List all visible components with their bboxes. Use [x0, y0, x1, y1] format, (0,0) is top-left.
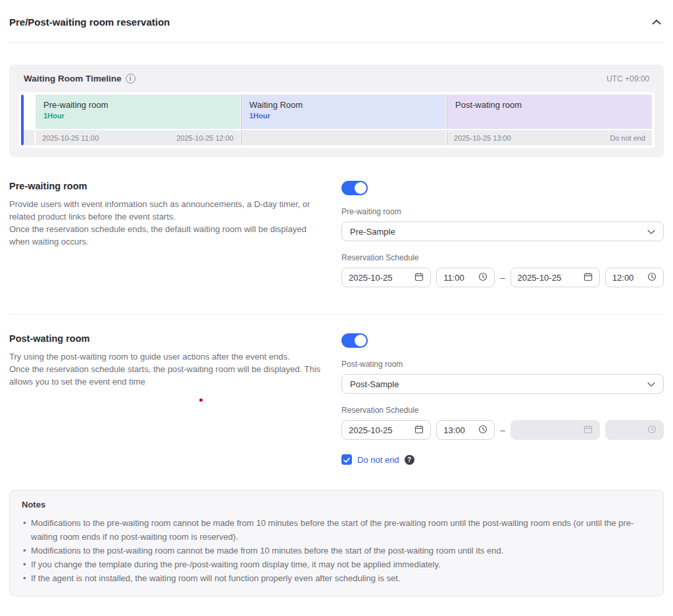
timeline-header: Waiting Room Timeline i UTC +09:00 — [18, 74, 655, 83]
segment-waiting-duration: 1Hour — [249, 112, 438, 120]
post-section-title: Post-wating room — [9, 333, 328, 344]
post-schedule-row: 2025-10-25 13:00 – — [341, 420, 664, 440]
timeline-segment-post: Post-wating room 2025-10-25 13:00 Do not… — [446, 95, 652, 145]
chevron-down-icon — [647, 379, 655, 389]
timeline-title: Waiting Room Timeline i — [24, 74, 136, 83]
pre-section-desc1: Provide users with event information suc… — [9, 198, 328, 223]
timeline-segment-waiting: Waiting Room 1Hour — [240, 95, 446, 145]
notes-list: Modifications to the pre-waiting room ca… — [22, 516, 651, 585]
timeline-track: Pre-waiting room 1Hour 2025-10-25 11:00 … — [18, 92, 655, 148]
post-select-label: Post-wating room — [341, 360, 664, 369]
note-item: If you change the template during the pr… — [22, 557, 651, 571]
do-not-end-row: Do not end ? — [341, 454, 664, 465]
pre-schedule-label: Reservation Schedule — [341, 253, 664, 262]
info-icon[interactable]: i — [126, 74, 136, 83]
clock-icon — [647, 272, 657, 283]
pre-section-description: Pre-waiting room Provide users with even… — [9, 181, 341, 248]
pre-end-date-value: 2025-10-25 — [518, 273, 562, 283]
collapse-button[interactable] — [649, 14, 664, 30]
pre-end-date-input[interactable]: 2025-10-25 — [511, 268, 600, 287]
range-separator: – — [500, 425, 505, 435]
pre-section-title: Pre-waiting room — [9, 181, 328, 191]
segment-pre-start: 2025-10-25 11:00 — [42, 134, 99, 142]
note-item: If the agent is not installed, the waiti… — [22, 571, 651, 585]
page-title: Pre/Post-waiting room reservation — [9, 16, 170, 28]
post-section-description: Post-wating room Try using the post-wait… — [9, 333, 341, 388]
pre-template-select-value: Pre-Sample — [350, 227, 395, 237]
calendar-icon — [584, 425, 593, 436]
pre-waiting-room-toggle[interactable] — [341, 181, 368, 195]
section-divider — [9, 314, 664, 314]
segment-post-end: Do not end — [610, 134, 645, 142]
calendar-icon — [414, 272, 424, 283]
post-section-desc2: Once the reservation schedule starts, th… — [9, 363, 328, 388]
chevron-up-icon — [652, 17, 661, 27]
chevron-down-icon — [647, 227, 655, 237]
post-template-select[interactable]: Post-Sample — [341, 374, 664, 394]
segment-waiting-label: Waiting Room — [249, 100, 438, 110]
check-icon — [343, 455, 350, 465]
timeline-segment-pre: Pre-waiting room 1Hour 2025-10-25 11:00 … — [34, 95, 240, 145]
stray-cursor-dot — [199, 398, 203, 402]
post-start-date-value: 2025-10-25 — [349, 425, 393, 435]
clock-icon — [478, 272, 487, 283]
post-section-desc1: Try using the post-waiting room to guide… — [9, 350, 328, 363]
pre-waiting-room-section: Pre-waiting room Provide users with even… — [9, 181, 664, 287]
segment-pre-end: 2025-10-25 12:00 — [176, 134, 234, 142]
waiting-room-timeline-panel: Waiting Room Timeline i UTC +09:00 Pre-w… — [9, 64, 664, 157]
clock-icon — [647, 425, 657, 436]
pre-section-controls: Pre-waiting room Pre-Sample Reservation … — [341, 181, 664, 287]
panel-header: Pre/Post-waiting room reservation — [9, 0, 664, 30]
note-item: Modifications to the post-waiting room c… — [22, 544, 651, 557]
post-template-select-value: Post-Sample — [350, 379, 399, 389]
pre-schedule-row: 2025-10-25 11:00 – 2025-10-25 — [341, 268, 664, 287]
post-start-time-input[interactable]: 13:00 — [436, 420, 495, 440]
pre-post-waiting-room-panel: Pre/Post-waiting room reservation Waitin… — [0, 0, 673, 596]
calendar-icon — [584, 272, 593, 283]
note-item: Modifications to the pre-waiting room ca… — [22, 516, 651, 544]
pre-end-time-input[interactable]: 12:00 — [605, 268, 664, 287]
header-divider — [9, 42, 664, 43]
pre-end-time-value: 12:00 — [612, 273, 634, 283]
post-end-time-input-disabled — [605, 420, 664, 440]
post-section-controls: Post-wating room Post-Sample Reservation… — [341, 333, 664, 465]
range-separator: – — [500, 273, 505, 283]
pre-select-label: Pre-waiting room — [341, 207, 664, 216]
post-end-date-input-disabled — [511, 420, 600, 440]
timeline-title-text: Waiting Room Timeline — [24, 74, 122, 83]
do-not-end-checkbox[interactable] — [341, 454, 352, 465]
segment-pre-label: Pre-waiting room — [43, 100, 232, 110]
clock-icon — [478, 425, 487, 436]
post-waiting-room-toggle[interactable] — [341, 333, 368, 348]
utc-offset-label: UTC +09:00 — [607, 74, 649, 83]
pre-section-desc2: Once the reservation schedule ends, the … — [9, 223, 328, 248]
calendar-icon — [414, 425, 424, 436]
post-start-date-input[interactable]: 2025-10-25 — [341, 420, 431, 440]
pre-start-time-value: 11:00 — [443, 273, 464, 283]
do-not-end-label[interactable]: Do not end — [357, 455, 399, 465]
timeline-start-marker — [21, 95, 24, 145]
notes-title: Notes — [22, 500, 651, 509]
post-schedule-label: Reservation Schedule — [341, 406, 664, 415]
pre-template-select[interactable]: Pre-Sample — [341, 222, 664, 241]
post-waiting-room-section: Post-wating room Try using the post-wait… — [9, 333, 664, 465]
pre-start-time-input[interactable]: 11:00 — [436, 268, 495, 287]
notes-panel: Notes Modifications to the pre-waiting r… — [9, 490, 664, 596]
toggle-knob — [355, 335, 366, 346]
post-start-time-value: 13:00 — [443, 425, 465, 435]
segment-pre-duration: 1Hour — [43, 112, 232, 120]
help-icon[interactable]: ? — [405, 455, 414, 465]
pre-start-date-value: 2025-10-25 — [349, 273, 393, 283]
toggle-knob — [355, 182, 366, 194]
segment-post-start: 2025-10-25 13:00 — [454, 134, 511, 142]
pre-start-date-input[interactable]: 2025-10-25 — [341, 268, 431, 287]
segment-post-label: Post-wating room — [455, 100, 644, 110]
